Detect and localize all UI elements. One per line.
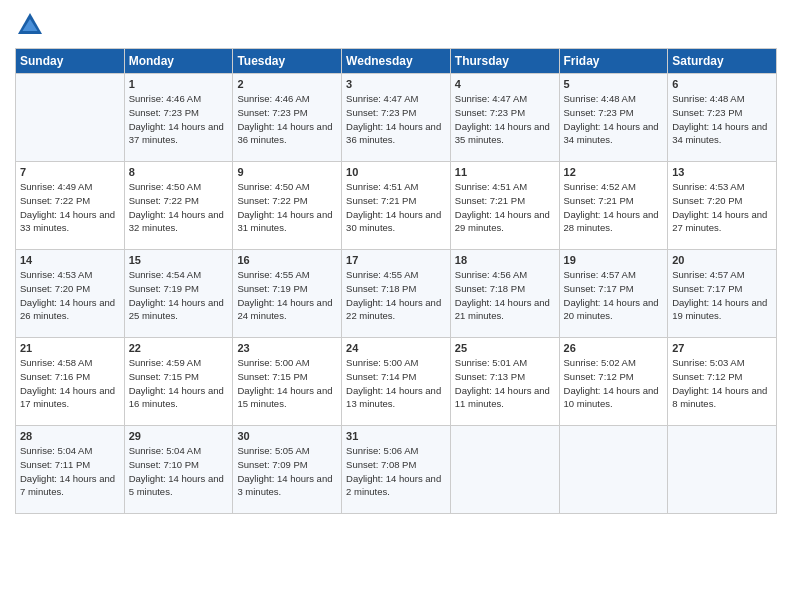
calendar-cell: 6Sunrise: 4:48 AMSunset: 7:23 PMDaylight… xyxy=(668,74,777,162)
calendar-cell: 15Sunrise: 4:54 AMSunset: 7:19 PMDayligh… xyxy=(124,250,233,338)
day-number: 8 xyxy=(129,166,229,178)
week-row-4: 21Sunrise: 4:58 AMSunset: 7:16 PMDayligh… xyxy=(16,338,777,426)
cell-data: Sunrise: 5:04 AMSunset: 7:11 PMDaylight:… xyxy=(20,444,120,499)
day-number: 31 xyxy=(346,430,446,442)
calendar-cell xyxy=(559,426,668,514)
calendar-cell xyxy=(668,426,777,514)
cell-data: Sunrise: 5:02 AMSunset: 7:12 PMDaylight:… xyxy=(564,356,664,411)
calendar-cell: 30Sunrise: 5:05 AMSunset: 7:09 PMDayligh… xyxy=(233,426,342,514)
day-number: 21 xyxy=(20,342,120,354)
day-number: 23 xyxy=(237,342,337,354)
cell-data: Sunrise: 4:51 AMSunset: 7:21 PMDaylight:… xyxy=(455,180,555,235)
cell-data: Sunrise: 4:55 AMSunset: 7:19 PMDaylight:… xyxy=(237,268,337,323)
day-number: 12 xyxy=(564,166,664,178)
calendar-cell: 5Sunrise: 4:48 AMSunset: 7:23 PMDaylight… xyxy=(559,74,668,162)
day-number: 17 xyxy=(346,254,446,266)
day-number: 7 xyxy=(20,166,120,178)
calendar-cell: 1Sunrise: 4:46 AMSunset: 7:23 PMDaylight… xyxy=(124,74,233,162)
cell-data: Sunrise: 5:06 AMSunset: 7:08 PMDaylight:… xyxy=(346,444,446,499)
calendar-body: 1Sunrise: 4:46 AMSunset: 7:23 PMDaylight… xyxy=(16,74,777,514)
weekday-header-friday: Friday xyxy=(559,49,668,74)
cell-data: Sunrise: 4:50 AMSunset: 7:22 PMDaylight:… xyxy=(129,180,229,235)
weekday-header-wednesday: Wednesday xyxy=(342,49,451,74)
calendar-cell: 8Sunrise: 4:50 AMSunset: 7:22 PMDaylight… xyxy=(124,162,233,250)
weekday-header-sunday: Sunday xyxy=(16,49,125,74)
logo xyxy=(15,10,49,40)
cell-data: Sunrise: 4:54 AMSunset: 7:19 PMDaylight:… xyxy=(129,268,229,323)
cell-data: Sunrise: 5:00 AMSunset: 7:15 PMDaylight:… xyxy=(237,356,337,411)
week-row-3: 14Sunrise: 4:53 AMSunset: 7:20 PMDayligh… xyxy=(16,250,777,338)
day-number: 29 xyxy=(129,430,229,442)
day-number: 4 xyxy=(455,78,555,90)
cell-data: Sunrise: 4:53 AMSunset: 7:20 PMDaylight:… xyxy=(20,268,120,323)
day-number: 26 xyxy=(564,342,664,354)
cell-data: Sunrise: 5:05 AMSunset: 7:09 PMDaylight:… xyxy=(237,444,337,499)
day-number: 2 xyxy=(237,78,337,90)
weekday-header-thursday: Thursday xyxy=(450,49,559,74)
day-number: 10 xyxy=(346,166,446,178)
weekday-header-tuesday: Tuesday xyxy=(233,49,342,74)
week-row-5: 28Sunrise: 5:04 AMSunset: 7:11 PMDayligh… xyxy=(16,426,777,514)
calendar-cell: 2Sunrise: 4:46 AMSunset: 7:23 PMDaylight… xyxy=(233,74,342,162)
calendar-cell: 14Sunrise: 4:53 AMSunset: 7:20 PMDayligh… xyxy=(16,250,125,338)
day-number: 20 xyxy=(672,254,772,266)
cell-data: Sunrise: 4:55 AMSunset: 7:18 PMDaylight:… xyxy=(346,268,446,323)
weekday-header-saturday: Saturday xyxy=(668,49,777,74)
calendar-cell: 21Sunrise: 4:58 AMSunset: 7:16 PMDayligh… xyxy=(16,338,125,426)
calendar-cell: 11Sunrise: 4:51 AMSunset: 7:21 PMDayligh… xyxy=(450,162,559,250)
calendar-cell: 3Sunrise: 4:47 AMSunset: 7:23 PMDaylight… xyxy=(342,74,451,162)
cell-data: Sunrise: 4:57 AMSunset: 7:17 PMDaylight:… xyxy=(564,268,664,323)
calendar-table: SundayMondayTuesdayWednesdayThursdayFrid… xyxy=(15,48,777,514)
cell-data: Sunrise: 5:01 AMSunset: 7:13 PMDaylight:… xyxy=(455,356,555,411)
cell-data: Sunrise: 4:47 AMSunset: 7:23 PMDaylight:… xyxy=(346,92,446,147)
calendar-cell: 28Sunrise: 5:04 AMSunset: 7:11 PMDayligh… xyxy=(16,426,125,514)
day-number: 19 xyxy=(564,254,664,266)
cell-data: Sunrise: 4:59 AMSunset: 7:15 PMDaylight:… xyxy=(129,356,229,411)
day-number: 5 xyxy=(564,78,664,90)
day-number: 30 xyxy=(237,430,337,442)
cell-data: Sunrise: 4:47 AMSunset: 7:23 PMDaylight:… xyxy=(455,92,555,147)
day-number: 13 xyxy=(672,166,772,178)
day-number: 24 xyxy=(346,342,446,354)
week-row-2: 7Sunrise: 4:49 AMSunset: 7:22 PMDaylight… xyxy=(16,162,777,250)
cell-data: Sunrise: 4:53 AMSunset: 7:20 PMDaylight:… xyxy=(672,180,772,235)
cell-data: Sunrise: 4:57 AMSunset: 7:17 PMDaylight:… xyxy=(672,268,772,323)
cell-data: Sunrise: 4:48 AMSunset: 7:23 PMDaylight:… xyxy=(672,92,772,147)
cell-data: Sunrise: 4:48 AMSunset: 7:23 PMDaylight:… xyxy=(564,92,664,147)
calendar-cell: 7Sunrise: 4:49 AMSunset: 7:22 PMDaylight… xyxy=(16,162,125,250)
day-number: 28 xyxy=(20,430,120,442)
header xyxy=(15,10,777,40)
calendar-header: SundayMondayTuesdayWednesdayThursdayFrid… xyxy=(16,49,777,74)
day-number: 3 xyxy=(346,78,446,90)
cell-data: Sunrise: 4:49 AMSunset: 7:22 PMDaylight:… xyxy=(20,180,120,235)
calendar-cell: 22Sunrise: 4:59 AMSunset: 7:15 PMDayligh… xyxy=(124,338,233,426)
cell-data: Sunrise: 4:46 AMSunset: 7:23 PMDaylight:… xyxy=(129,92,229,147)
calendar-cell: 18Sunrise: 4:56 AMSunset: 7:18 PMDayligh… xyxy=(450,250,559,338)
day-number: 18 xyxy=(455,254,555,266)
weekday-row: SundayMondayTuesdayWednesdayThursdayFrid… xyxy=(16,49,777,74)
cell-data: Sunrise: 4:52 AMSunset: 7:21 PMDaylight:… xyxy=(564,180,664,235)
calendar-cell: 29Sunrise: 5:04 AMSunset: 7:10 PMDayligh… xyxy=(124,426,233,514)
calendar-cell: 27Sunrise: 5:03 AMSunset: 7:12 PMDayligh… xyxy=(668,338,777,426)
calendar-cell: 25Sunrise: 5:01 AMSunset: 7:13 PMDayligh… xyxy=(450,338,559,426)
day-number: 25 xyxy=(455,342,555,354)
day-number: 27 xyxy=(672,342,772,354)
cell-data: Sunrise: 4:46 AMSunset: 7:23 PMDaylight:… xyxy=(237,92,337,147)
calendar-cell xyxy=(450,426,559,514)
calendar-cell: 9Sunrise: 4:50 AMSunset: 7:22 PMDaylight… xyxy=(233,162,342,250)
calendar-cell xyxy=(16,74,125,162)
calendar-cell: 16Sunrise: 4:55 AMSunset: 7:19 PMDayligh… xyxy=(233,250,342,338)
calendar-cell: 17Sunrise: 4:55 AMSunset: 7:18 PMDayligh… xyxy=(342,250,451,338)
week-row-1: 1Sunrise: 4:46 AMSunset: 7:23 PMDaylight… xyxy=(16,74,777,162)
cell-data: Sunrise: 5:00 AMSunset: 7:14 PMDaylight:… xyxy=(346,356,446,411)
calendar-cell: 24Sunrise: 5:00 AMSunset: 7:14 PMDayligh… xyxy=(342,338,451,426)
day-number: 11 xyxy=(455,166,555,178)
day-number: 1 xyxy=(129,78,229,90)
calendar-cell: 10Sunrise: 4:51 AMSunset: 7:21 PMDayligh… xyxy=(342,162,451,250)
calendar-cell: 13Sunrise: 4:53 AMSunset: 7:20 PMDayligh… xyxy=(668,162,777,250)
calendar-cell: 19Sunrise: 4:57 AMSunset: 7:17 PMDayligh… xyxy=(559,250,668,338)
cell-data: Sunrise: 5:03 AMSunset: 7:12 PMDaylight:… xyxy=(672,356,772,411)
page-container: SundayMondayTuesdayWednesdayThursdayFrid… xyxy=(0,0,792,524)
day-number: 6 xyxy=(672,78,772,90)
cell-data: Sunrise: 4:50 AMSunset: 7:22 PMDaylight:… xyxy=(237,180,337,235)
